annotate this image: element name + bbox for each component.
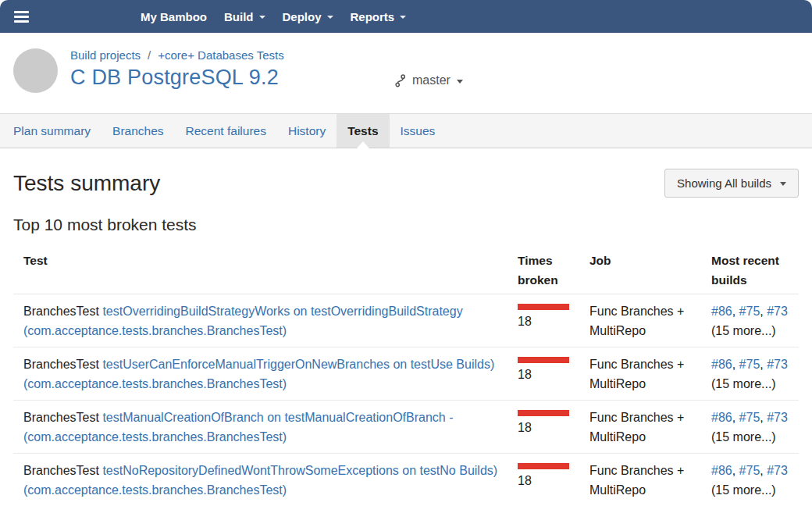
build-separator: , bbox=[732, 358, 739, 371]
showing-all-builds-dropdown[interactable]: Showing All builds bbox=[664, 169, 799, 198]
plan-title: C DB PostgreSQL 9.2 bbox=[70, 66, 284, 90]
col-header-job: Job bbox=[579, 244, 701, 294]
breadcrumb-build-projects-link[interactable]: Build projects bbox=[70, 48, 141, 62]
times-broken-value: 18 bbox=[518, 315, 532, 328]
plan-avatar bbox=[13, 48, 58, 93]
build-link[interactable]: #75 bbox=[739, 358, 760, 371]
table-header-row: Test Times broken Job Most recent builds bbox=[13, 244, 799, 294]
builds-cell: #86, #75, #73 (15 more...) bbox=[701, 294, 799, 347]
build-separator: , bbox=[732, 464, 739, 477]
test-cell: BranchesTest testUserCanEnforceManualTri… bbox=[13, 347, 508, 401]
build-link[interactable]: #75 bbox=[739, 464, 760, 477]
table-row: BranchesTest testNoRepositoryDefinedWont… bbox=[13, 454, 799, 506]
more-builds-label: (15 more...) bbox=[711, 480, 792, 500]
plan-header: Build projects / +core+ Databases Tests … bbox=[0, 33, 812, 113]
job-cell: Func Branches + MultiRepo bbox=[579, 347, 701, 401]
breadcrumb-plan-link[interactable]: +core+ Databases Tests bbox=[158, 48, 283, 62]
test-class-prefix: BranchesTest bbox=[23, 358, 99, 371]
breadcrumb: Build projects / +core+ Databases Tests bbox=[70, 48, 284, 62]
nav-item-deploy[interactable]: Deploy bbox=[274, 0, 342, 33]
build-link[interactable]: #75 bbox=[739, 305, 760, 318]
build-separator: , bbox=[760, 464, 767, 477]
col-header-times-broken: Times broken bbox=[508, 244, 579, 294]
nav-item-label: Deploy bbox=[283, 10, 322, 23]
nav-item-label: Reports bbox=[351, 10, 395, 23]
caret-down-icon bbox=[400, 16, 406, 19]
nav-item-reports[interactable]: Reports bbox=[342, 0, 415, 33]
main-content: Tests summary Showing All builds Top 10 … bbox=[0, 169, 812, 506]
builds-cell: #86, #75, #73 (15 more...) bbox=[701, 347, 799, 401]
build-separator: , bbox=[732, 411, 739, 424]
build-link[interactable]: #73 bbox=[767, 464, 788, 477]
caret-down-icon bbox=[780, 182, 786, 186]
table-row: BranchesTest testManualCreationOfBranch … bbox=[13, 401, 799, 454]
times-broken-cell: 18 bbox=[508, 347, 579, 401]
builds-cell: #86, #75, #73 (15 more...) bbox=[701, 401, 799, 454]
times-broken-value: 18 bbox=[518, 421, 532, 434]
caret-down-icon bbox=[327, 16, 333, 19]
build-link[interactable]: #86 bbox=[711, 305, 732, 318]
build-links: #86, #75, #73 bbox=[711, 408, 792, 427]
build-link[interactable]: #86 bbox=[711, 358, 732, 371]
build-separator: , bbox=[760, 305, 767, 318]
top-navbar: My Bamboo Build Deploy Reports bbox=[0, 0, 812, 33]
build-links: #86, #75, #73 bbox=[711, 461, 792, 480]
times-broken-bar bbox=[518, 463, 569, 469]
section-title: Top 10 most broken tests bbox=[13, 216, 799, 234]
caret-down-icon bbox=[259, 16, 265, 19]
build-link[interactable]: #86 bbox=[711, 464, 732, 477]
breadcrumb-separator: / bbox=[148, 48, 151, 62]
branch-name: master bbox=[412, 73, 451, 87]
times-broken-cell: 18 bbox=[508, 454, 579, 506]
builds-cell: #86, #75, #73 (15 more...) bbox=[701, 454, 799, 506]
test-cell: BranchesTest testManualCreationOfBranch … bbox=[13, 401, 508, 454]
table-row: BranchesTest testOverridingBuildStrategy… bbox=[13, 294, 799, 347]
filter-button-label: Showing All builds bbox=[677, 176, 771, 190]
broken-tests-table: Test Times broken Job Most recent builds… bbox=[13, 244, 799, 506]
more-builds-label: (15 more...) bbox=[711, 427, 792, 447]
caret-down-icon bbox=[457, 80, 463, 84]
tab-issues[interactable]: Issues bbox=[390, 114, 447, 148]
times-broken-bar bbox=[518, 410, 569, 416]
plan-tabbar: Plan summary Branches Recent failures Hi… bbox=[0, 113, 812, 148]
bamboo-plan-page: My Bamboo Build Deploy Reports Build pro… bbox=[0, 0, 812, 506]
table-row: BranchesTest testUserCanEnforceManualTri… bbox=[13, 347, 799, 401]
plan-header-text: Build projects / +core+ Databases Tests … bbox=[70, 48, 284, 90]
nav-item-label: My Bamboo bbox=[141, 10, 207, 23]
more-builds-label: (15 more...) bbox=[711, 374, 792, 394]
tab-history[interactable]: History bbox=[277, 114, 337, 148]
build-separator: , bbox=[732, 305, 739, 318]
times-broken-cell: 18 bbox=[508, 401, 579, 454]
test-cell: BranchesTest testNoRepositoryDefinedWont… bbox=[13, 454, 508, 506]
nav-item-build[interactable]: Build bbox=[215, 0, 274, 33]
test-class-prefix: BranchesTest bbox=[23, 464, 99, 477]
branch-selector[interactable]: master bbox=[394, 73, 463, 87]
tab-recent-failures[interactable]: Recent failures bbox=[175, 114, 277, 148]
build-separator: , bbox=[760, 358, 767, 371]
test-class-prefix: BranchesTest bbox=[23, 411, 99, 424]
build-link[interactable]: #73 bbox=[767, 358, 788, 371]
build-links: #86, #75, #73 bbox=[711, 301, 792, 321]
tab-tests[interactable]: Tests bbox=[337, 114, 389, 148]
nav-item-label: Build bbox=[224, 10, 254, 23]
main-header: Tests summary Showing All builds bbox=[13, 169, 799, 198]
times-broken-bar bbox=[518, 304, 569, 310]
page-title: Tests summary bbox=[13, 171, 160, 196]
test-cell: BranchesTest testOverridingBuildStrategy… bbox=[13, 294, 508, 347]
build-link[interactable]: #73 bbox=[767, 411, 788, 424]
test-class-prefix: BranchesTest bbox=[23, 305, 99, 318]
build-link[interactable]: #86 bbox=[711, 411, 732, 424]
build-links: #86, #75, #73 bbox=[711, 355, 792, 374]
times-broken-value: 18 bbox=[518, 368, 532, 381]
job-cell: Func Branches + MultiRepo bbox=[579, 294, 701, 347]
tab-branches[interactable]: Branches bbox=[102, 114, 174, 148]
job-cell: Func Branches + MultiRepo bbox=[579, 401, 701, 454]
tab-plan-summary[interactable]: Plan summary bbox=[2, 114, 102, 148]
hamburger-menu-icon[interactable] bbox=[14, 11, 29, 23]
times-broken-value: 18 bbox=[518, 474, 532, 487]
build-link[interactable]: #73 bbox=[767, 305, 788, 318]
col-header-most-recent-builds: Most recent builds bbox=[701, 244, 799, 294]
nav-item-my-bamboo[interactable]: My Bamboo bbox=[132, 0, 215, 33]
more-builds-label: (15 more...) bbox=[711, 321, 792, 340]
build-link[interactable]: #75 bbox=[739, 411, 760, 424]
